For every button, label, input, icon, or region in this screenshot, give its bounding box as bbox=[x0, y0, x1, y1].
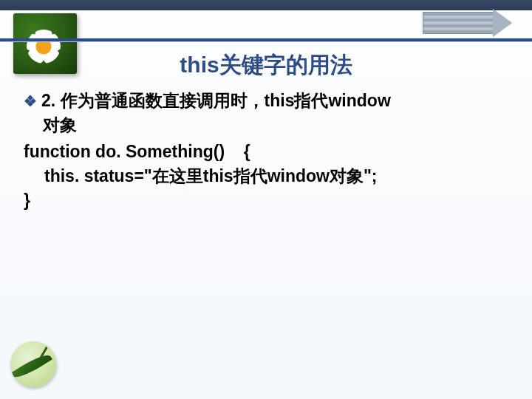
bullet-num: 2. bbox=[41, 91, 55, 110]
code-block: function do. Something() { this. status=… bbox=[24, 140, 502, 214]
bullet-line2: 对象 bbox=[43, 113, 502, 137]
leaf-image bbox=[10, 341, 56, 387]
diamond-bullet-icon: ❖ bbox=[24, 91, 37, 112]
slide-body: ❖ 2. 作为普通函数直接调用时，this指代window 对象 functio… bbox=[24, 89, 502, 214]
bullet-line1: 作为普通函数直接调用时，this指代window bbox=[61, 91, 391, 110]
bullet-item: ❖ 2. 作为普通函数直接调用时，this指代window bbox=[24, 89, 502, 113]
code-line-3: } bbox=[24, 188, 502, 213]
header-strip bbox=[0, 0, 532, 35]
code-line-1: function do. Something() { bbox=[24, 140, 502, 164]
header-bar bbox=[0, 0, 532, 10]
slide-title: this关键字的用法 bbox=[0, 50, 532, 81]
slide: this关键字的用法 ❖ 2. 作为普通函数直接调用时，this指代window… bbox=[0, 0, 532, 399]
code-line-2: this. status="在这里this指代window对象"; bbox=[24, 164, 502, 188]
arrow-decoration bbox=[423, 12, 511, 34]
title-divider bbox=[0, 38, 532, 41]
